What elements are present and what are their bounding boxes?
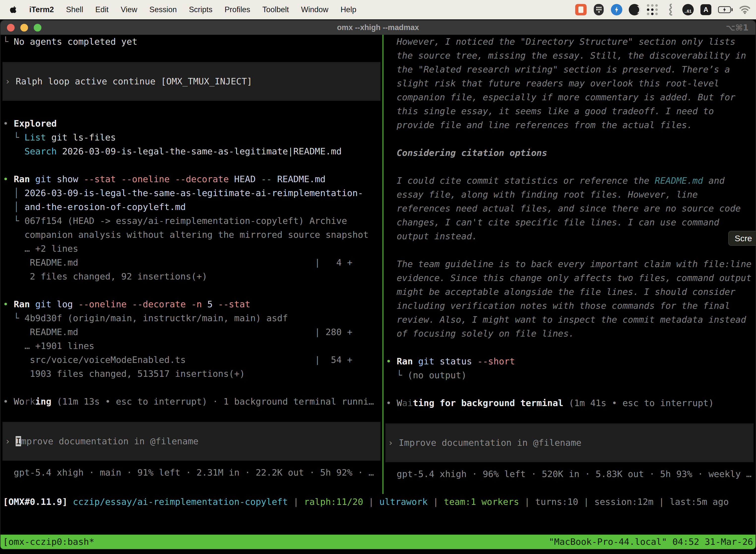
terminal-line: the "Related research writing" section i… — [383, 63, 756, 76]
terminal-line: changes, I can't cite specific file line… — [383, 215, 756, 229]
terminal-line: Search 2026-03-09-is-legal-the-same-as-l… — [0, 145, 382, 158]
zoom-button[interactable] — [34, 24, 42, 32]
wifi-icon[interactable] — [739, 3, 751, 16]
terminal-line: evidence. Since this change only affects… — [383, 271, 756, 285]
screen-share-tooltip[interactable]: Scre — [728, 231, 756, 246]
chat-bubble-icon[interactable] — [575, 3, 586, 16]
terminal-line: gpt-5.4 xhigh · 96% left · 520K in · 5.8… — [383, 467, 756, 481]
iterm-window: omx --xhigh --madmax ⌥⌘1 └ No agents com… — [0, 20, 756, 550]
blank-line — [383, 340, 756, 354]
menu-item-help[interactable]: Help — [340, 5, 357, 14]
dots-grid-icon[interactable] — [647, 3, 658, 16]
menu-item-scripts[interactable]: Scripts — [189, 5, 212, 14]
terminal-line: … +1901 lines — [0, 339, 382, 353]
circle-61-label: ..61 — [685, 9, 692, 14]
window-title: omx --xhigh --madmax — [337, 23, 419, 32]
terminal-line: companion file, especially if more comme… — [383, 90, 756, 104]
terminal-line: provide file and line references from th… — [383, 118, 756, 132]
terminal-line: └ No agents completed yet — [0, 35, 382, 49]
terminal-line: Considering citation options — [383, 146, 756, 160]
menu-items: iTerm2ShellEditViewSessionScriptsProfile… — [29, 5, 357, 14]
terminal-line: README.md | 4 + — [0, 256, 382, 270]
terminal-line: [OMX#0.11.9] cczip/essay/ai-reimplementa… — [0, 495, 756, 509]
blank-line — [383, 160, 756, 174]
menu-item-session[interactable]: Session — [149, 5, 177, 14]
terminal-line: • Ran git show --stat --oneline --decora… — [0, 172, 382, 186]
prompt-input-box[interactable]: › Ralph loop active continue [OMX_TMUX_I… — [2, 62, 380, 101]
terminal-line: this single essay, it seems like a good … — [383, 104, 756, 118]
blank-line — [0, 283, 382, 297]
terminal-line: The team guideline is to back every impo… — [383, 257, 756, 271]
terminal-line: However, I noticed the "Directory Struct… — [383, 35, 756, 49]
terminal-line: src/voice/voiceModeEnabled.ts | 54 + — [0, 353, 382, 367]
terminal-line: … +2 lines — [0, 242, 382, 256]
terminal-line: • Ran git status --short — [383, 354, 756, 368]
terminal-line: references need actual files, and since … — [383, 202, 756, 215]
terminal-line: gpt-5.4 xhigh · main · 91% left · 2.31M … — [0, 466, 382, 480]
blank-line — [383, 382, 756, 396]
traffic-lights — [7, 20, 42, 35]
window-shortcut-badge: ⌥⌘1 — [726, 23, 749, 33]
tmux-panes: └ No agents completed yet› Ralph loop ac… — [0, 35, 756, 494]
tmux-session-label[interactable]: [omx-cczip0:bash* — [3, 535, 94, 549]
left-pane[interactable]: └ No agents completed yet› Ralph loop ac… — [0, 35, 382, 494]
menu-item-edit[interactable]: Edit — [95, 5, 108, 14]
terminal-content: └ No agents completed yet› Ralph loop ac… — [0, 35, 756, 549]
tmux-status-bar: [omx-cczip0:bash* "MacBook-Pro-44.local"… — [0, 535, 756, 549]
tmux-host-clock: "MacBook-Pro-44.local" 04:52 31-Mar-26 — [549, 535, 753, 549]
terminal-line: • Ran git log --oneline --decorate -n 5 … — [0, 297, 382, 311]
terminal-line: • Explored — [0, 117, 382, 130]
terminal-line: including verification notes with those … — [383, 299, 756, 313]
menu-item-iterm2[interactable]: iTerm2 — [29, 5, 54, 14]
terminal-line: I could cite commit statistics or refere… — [383, 174, 756, 188]
terminal-line: • Working (11m 13s • esc to interrupt) ·… — [0, 395, 382, 408]
terminal-line: └ 4b9d30f (origin/main, instructkr/main,… — [0, 311, 382, 325]
menu-bar: iTerm2ShellEditViewSessionScriptsProfile… — [0, 0, 756, 19]
terminal-line: └ 067f154 (HEAD -> essay/ai-reimplementa… — [0, 214, 382, 228]
minimize-button[interactable] — [20, 24, 28, 32]
input-source-a-icon[interactable]: A — [700, 3, 712, 16]
terminal-line: slight risk that future readers may over… — [383, 76, 756, 90]
blank-line — [0, 158, 382, 172]
screen: iTerm2ShellEditViewSessionScriptsProfile… — [0, 0, 756, 554]
terminal-line: review. Also, I might want to inspect th… — [383, 313, 756, 327]
terminal-line: the source tree, missing the essay. Stil… — [383, 49, 756, 63]
terminal-line: └ (no output) — [383, 368, 756, 382]
menubar-status-icons: ..61 A — [575, 3, 751, 16]
battery-icon[interactable] — [718, 3, 733, 16]
terminal-line: • Waiting for background terminal (1m 41… — [383, 396, 756, 410]
close-button[interactable] — [7, 24, 15, 32]
terminal-line: output instead. — [383, 229, 756, 243]
terminal-line: companion analysis without altering the … — [0, 228, 382, 242]
terminal-line: of focusing solely on file lines. — [383, 327, 756, 340]
omx-status-line: [OMX#0.11.9] cczip/essay/ai-reimplementa… — [0, 495, 756, 509]
terminal-line: └ List git ls-files — [0, 130, 382, 145]
blank-line — [383, 243, 756, 257]
menu-item-window[interactable]: Window — [301, 5, 328, 14]
prompt-input-box[interactable]: › Improve documentation in @filename — [385, 424, 754, 462]
terminal-line: might be acceptable alongside the file l… — [383, 285, 756, 299]
menu-item-shell[interactable]: Shell — [66, 5, 83, 14]
circle-61-icon[interactable]: ..61 — [682, 4, 694, 15]
prompt-input-box[interactable]: › Improve documentation in @filename — [2, 422, 380, 461]
menu-item-profiles[interactable]: Profiles — [225, 5, 250, 14]
squiggle-icon[interactable] — [665, 3, 676, 16]
terminal-line: essay file, along with finding root file… — [383, 188, 756, 202]
terminal-line: │ and-the-erosion-of-copyleft.md — [0, 200, 382, 214]
apple-logo-icon[interactable] — [9, 4, 19, 15]
terminal-line: 2 files changed, 92 insertions(+) — [0, 270, 382, 283]
terminal-line: 1903 files changed, 513517 insertions(+) — [0, 367, 382, 381]
menu-item-toolbelt[interactable]: Toolbelt — [262, 5, 289, 14]
terminal-line: README.md | 280 + — [0, 325, 382, 339]
menu-item-view[interactable]: View — [121, 5, 137, 14]
terminal-line: │ 2026-03-09-is-legal-the-same-as-legiti… — [0, 186, 382, 200]
blank-line — [383, 132, 756, 146]
window-titlebar[interactable]: omx --xhigh --madmax ⌥⌘1 — [0, 20, 756, 35]
blank-line — [0, 381, 382, 395]
screen-share-tooltip-label: Scre — [735, 233, 752, 243]
blue-badge-icon[interactable] — [611, 3, 622, 16]
shield-grid-icon[interactable] — [593, 3, 605, 16]
dark-crescent-icon[interactable] — [629, 3, 640, 16]
right-pane[interactable]: However, I noticed the "Directory Struct… — [383, 35, 756, 494]
